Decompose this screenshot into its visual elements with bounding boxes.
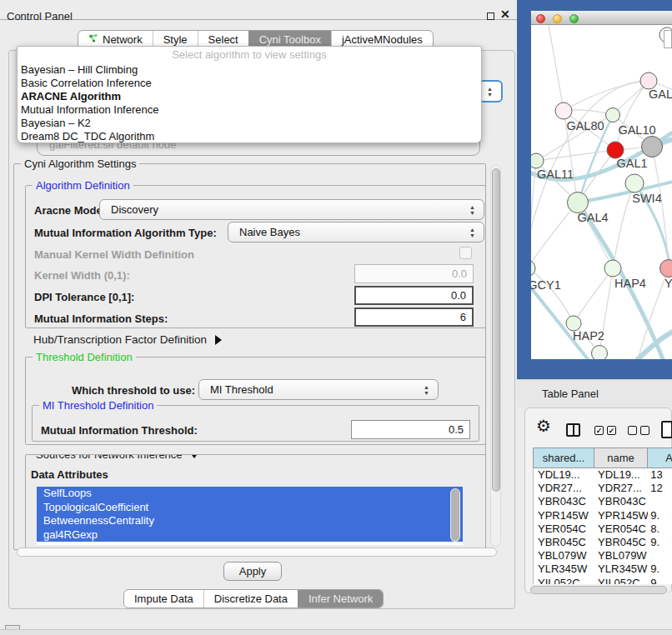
network-node[interactable] — [568, 192, 589, 213]
tab-infer-network[interactable]: Infer Network — [298, 590, 383, 608]
sources-title-row[interactable]: Sources for Network Inference — [33, 454, 203, 461]
algorithm-option[interactable]: Basic Correlation Inference — [18, 77, 481, 90]
apply-button[interactable]: Apply — [223, 562, 282, 581]
mac-minimize-button[interactable] — [553, 14, 562, 23]
gear-icon[interactable]: ⚙ — [536, 418, 551, 434]
table-cell[interactable]: 9. — [648, 577, 672, 585]
table-row[interactable]: YIL052CYIL052C9. — [534, 577, 672, 585]
attributes-scrollbar-thumb[interactable] — [451, 489, 459, 541]
network-node[interactable] — [604, 260, 621, 277]
close-icon[interactable]: ✕ — [500, 8, 510, 21]
table-cell[interactable]: YDR27... — [534, 482, 594, 495]
network-node[interactable] — [606, 108, 620, 122]
network-edge[interactable] — [531, 202, 578, 268]
table-cell[interactable]: 8. — [648, 522, 672, 536]
table-horizontal-scrollbar[interactable] — [529, 585, 669, 594]
algorithm-option[interactable]: ARACNE Algorithm — [18, 90, 481, 103]
table-cell[interactable]: YBR043C — [534, 495, 594, 508]
table-cell[interactable]: 13 — [648, 468, 672, 482]
data-attribute-item[interactable]: TopologicalCoefficient — [37, 501, 463, 515]
algorithm-option[interactable]: Bayesian – Hill Climbing — [18, 63, 481, 77]
float-window-icon[interactable] — [487, 12, 494, 20]
table-cell[interactable]: YDL19... — [594, 468, 648, 482]
mi-threshold-input[interactable]: 0.5 — [351, 420, 470, 439]
mac-close-button[interactable] — [536, 14, 545, 23]
table-cell[interactable]: YDL19... — [534, 468, 594, 482]
data-attribute-item[interactable]: gal4RGexp — [37, 528, 463, 542]
network-node[interactable] — [642, 137, 663, 158]
data-attribute-item[interactable]: SelfLoops — [37, 487, 463, 501]
panel-horizontal-scrollbar[interactable] — [17, 548, 499, 558]
table-cell[interactable]: YIL052C — [534, 577, 594, 585]
network-node[interactable] — [531, 260, 535, 277]
column-header-name[interactable]: name — [594, 448, 648, 468]
column-header-shared[interactable]: shared... — [534, 448, 594, 468]
panel-vertical-scrollbar[interactable] — [490, 165, 501, 547]
clear-checkboxes-icon[interactable] — [628, 426, 649, 435]
data-attributes-list[interactable]: SelfLoopsTopologicalCoefficientBetweenne… — [37, 487, 463, 545]
table-cell[interactable]: YDR27... — [594, 482, 648, 495]
network-edge[interactable] — [574, 268, 613, 323]
select-all-checkboxes-icon[interactable]: ✓ ✓ — [594, 426, 616, 435]
table-cell[interactable]: YIL052C — [594, 577, 648, 585]
algorithm-option[interactable]: Bayesian – K2 — [18, 117, 481, 130]
table-cell[interactable]: 9. — [648, 562, 672, 576]
table-cell[interactable] — [648, 495, 672, 508]
network-edge[interactable] — [536, 150, 615, 161]
table-cell[interactable]: 9. — [648, 536, 672, 549]
table-cell[interactable]: YBR045C — [594, 536, 648, 549]
table-cell[interactable]: YER054C — [534, 522, 594, 536]
table-row[interactable]: YDR27...YDR27...12 — [534, 482, 672, 495]
table-horizontal-scrollbar-thumb[interactable] — [530, 586, 667, 594]
network-node[interactable] — [625, 174, 644, 192]
table-cell[interactable]: 9. — [648, 509, 672, 522]
split-columns-icon[interactable] — [566, 423, 580, 437]
table-row[interactable]: YLR345WYLR345W9. — [534, 562, 672, 576]
panel-horizontal-scrollbar-thumb[interactable] — [17, 548, 497, 557]
network-node[interactable] — [592, 346, 608, 360]
network-edge[interactable] — [548, 25, 564, 111]
table-cell[interactable]: YPR145W — [594, 509, 648, 522]
table-cell[interactable]: YPR145W — [534, 509, 594, 522]
table-cell[interactable]: 12 — [648, 482, 672, 495]
table-cell[interactable]: YBL079W — [534, 549, 594, 562]
mi-steps-input[interactable]: 6 — [354, 308, 474, 327]
data-attribute-item[interactable]: BetweennessCentrality — [37, 514, 463, 528]
which-threshold-select[interactable]: MI Threshold ▲▼ — [198, 379, 439, 400]
network-node[interactable] — [555, 102, 572, 119]
table-body[interactable]: YDL19...YDL19...13YDR27...YDR27...12YBR0… — [533, 468, 672, 584]
tab-discretize-data[interactable]: Discretize Data — [203, 590, 298, 608]
dpi-tolerance-input[interactable]: 0.0 — [354, 286, 474, 305]
table-cell[interactable]: YLR345W — [594, 562, 648, 576]
document-icon[interactable] — [661, 421, 672, 438]
hub-definition-toggle[interactable]: Hub/Transcription Factor Definition — [33, 333, 222, 346]
table-row[interactable]: YDL19...YDL19...13 — [534, 468, 672, 482]
table-cell[interactable]: YBR043C — [594, 495, 648, 508]
table-row[interactable]: YER054CYER054C8. — [534, 522, 672, 536]
network-canvas[interactable]: GALGAL80GAL10GAL1GAL11SWI4GAL4GCY1HAP4YH… — [531, 25, 672, 359]
table-cell[interactable]: YER054C — [594, 522, 648, 536]
table-cell[interactable]: YLR345W — [534, 562, 594, 576]
network-node[interactable] — [640, 72, 657, 89]
table-row[interactable]: YBR043CYBR043C — [534, 495, 672, 508]
mac-zoom-button[interactable] — [569, 14, 579, 23]
aracne-mode-select[interactable]: Discovery ▲▼ — [99, 199, 484, 220]
kernel-width-input[interactable]: 0.0 — [354, 264, 474, 283]
network-edge[interactable] — [564, 81, 649, 111]
table-row[interactable]: YBR045CYBR045C9. — [534, 536, 672, 549]
manual-kernel-checkbox[interactable] — [459, 247, 472, 259]
panel-vertical-scrollbar-thumb[interactable] — [492, 168, 500, 492]
table-cell[interactable] — [648, 549, 672, 562]
network-node[interactable] — [531, 153, 544, 168]
network-node[interactable] — [660, 260, 672, 278]
network-node[interactable] — [607, 142, 624, 158]
column-header-partial[interactable]: A — [648, 448, 672, 468]
mi-type-select[interactable]: Naive Bayes ▲▼ — [228, 222, 484, 242]
attributes-scrollbar[interactable] — [450, 488, 460, 542]
table-row[interactable]: YPR145WYPR145W9. — [534, 509, 672, 522]
table-row[interactable]: YBL079WYBL079W — [534, 549, 672, 562]
network-window-titlebar[interactable] — [531, 11, 672, 25]
algorithm-option[interactable]: Dream8 DC_TDC Algorithm — [18, 130, 481, 143]
tab-impute-data[interactable]: Impute Data — [124, 590, 203, 608]
algorithm-option[interactable]: Mutual Information Inference — [18, 103, 481, 117]
